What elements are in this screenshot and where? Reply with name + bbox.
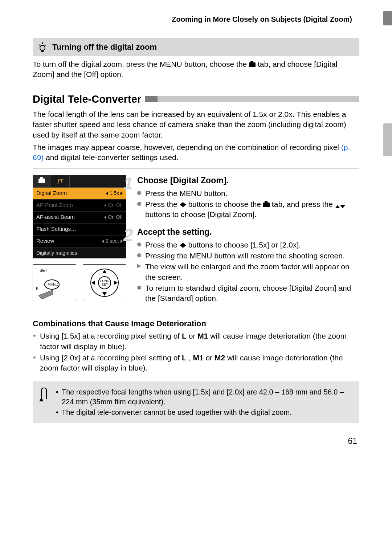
- combo-list: Using [1.5x] at a recording pixel settin…: [33, 331, 359, 373]
- lcd-value: 1.5x: [106, 190, 123, 197]
- lcd-row: Flash Settings…: [33, 224, 126, 236]
- lcd-footer: Digitally magnifies: [33, 248, 126, 259]
- lcd-row: AF-Point ZoomOn Off: [33, 200, 126, 212]
- svg-point-0: [40, 45, 45, 50]
- svg-text:SET: SET: [102, 283, 108, 286]
- step-item: Press the MENU button.: [137, 188, 359, 199]
- camera-icon: [249, 62, 256, 67]
- lightbulb-icon: [38, 42, 47, 53]
- step: 2Accept the setting.Press the buttons to…: [137, 226, 359, 304]
- svg-marker-15: [102, 292, 107, 296]
- edge-tab-dark: [383, 11, 392, 25]
- manual-page: Zooming in More Closely on Subjects (Dig…: [0, 0, 392, 552]
- page-number: 61: [33, 436, 359, 447]
- svg-rect-4: [41, 50, 44, 52]
- step-item: Pressing the MENU button will restore th…: [137, 251, 359, 261]
- lcd-tabs: ƒT: [33, 175, 126, 188]
- control-wheel-diagram: FUNC. SET: [83, 264, 126, 301]
- lcd-label: Digital Zoom: [36, 189, 67, 197]
- svg-marker-8: [38, 290, 53, 299]
- edge-tab-light: [383, 123, 392, 156]
- lcd-value: On Off: [104, 202, 123, 209]
- size-glyph: M1: [193, 353, 203, 362]
- step-number: 2: [123, 224, 133, 247]
- lcd-label: Flash Settings…: [36, 225, 76, 233]
- step-title: Choose [Digital Zoom].: [137, 175, 359, 186]
- lcd-label: Review: [36, 237, 54, 245]
- note-item: The digital tele-converter cannot be use…: [56, 408, 354, 417]
- combo-item: Using [1.5x] at a recording pixel settin…: [33, 331, 359, 352]
- left-right-icon: [180, 202, 186, 207]
- tip-title: Turning off the digital zoom: [52, 42, 157, 53]
- menu-glyph: MENU: [180, 189, 202, 197]
- svg-line-2: [39, 45, 40, 46]
- svg-text:P.: P.: [36, 287, 39, 291]
- intro-para-2: The images may appear coarse, however, d…: [33, 142, 359, 163]
- lcd-row: Digital Zoom1.5x: [33, 188, 126, 200]
- svg-marker-17: [114, 281, 118, 285]
- svg-marker-14: [102, 270, 107, 273]
- svg-text:MENU: MENU: [48, 283, 58, 287]
- combo-item: Using [2.0x] at a recording pixel settin…: [33, 353, 359, 373]
- section-header-row: Digital Tele-Converter: [33, 92, 359, 106]
- step-number: 1: [123, 172, 133, 196]
- left-column: ƒT Digital Zoom1.5xAF-Point ZoomOn OffAF…: [33, 175, 127, 302]
- step-item: The view will be enlarged and the zoom f…: [137, 262, 359, 282]
- right-column: 1Choose [Digital Zoom].Press the MENU bu…: [137, 175, 359, 310]
- camera-menu-screenshot: ƒT Digital Zoom1.5xAF-Point ZoomOn OffAF…: [33, 175, 126, 259]
- note-item: The respective focal lengths when using …: [56, 387, 354, 407]
- divider: [33, 168, 359, 168]
- lcd-value: On Off: [104, 214, 123, 221]
- step-item: To return to standard digital zoom, choo…: [137, 283, 359, 304]
- svg-line-3: [45, 45, 46, 46]
- note-box: The respective focal lengths when using …: [33, 381, 359, 423]
- section-bar: [145, 96, 359, 102]
- camera-icon: [38, 179, 45, 183]
- step-item: Press the buttons to choose the tab, and…: [137, 199, 359, 220]
- menu-glyph: MENU: [190, 252, 212, 260]
- step-list: Press the buttons to choose [1.5x] or [2…: [137, 240, 359, 304]
- step-item: Press the buttons to choose [1.5x] or [2…: [137, 240, 359, 250]
- camera-icon: [263, 203, 270, 207]
- menu-glyph: MENU: [160, 60, 182, 68]
- tools-icon: ƒT: [57, 177, 64, 184]
- size-glyph: L: [182, 332, 187, 340]
- svg-text:FUNC.: FUNC.: [100, 279, 110, 283]
- section-title: Digital Tele-Converter: [33, 92, 141, 106]
- combo-heading: Combinations that Cause Image Deteriorat…: [33, 318, 359, 329]
- menu-button-diagram: SET MENU P.: [33, 264, 76, 301]
- page-header: Zooming in More Closely on Subjects (Dig…: [33, 15, 359, 24]
- lcd-tab-tools: ƒT: [51, 175, 70, 187]
- control-diagrams: SET MENU P. FUNC. SET: [33, 264, 127, 301]
- step-list: Press the MENU button.Press the buttons …: [137, 188, 359, 220]
- lcd-tab-camera: [33, 175, 51, 187]
- svg-marker-16: [91, 281, 95, 285]
- size-glyph: L: [182, 353, 187, 362]
- size-glyph: M2: [215, 353, 225, 362]
- lcd-row: AF-assist BeamOn Off: [33, 212, 126, 224]
- left-right-icon: [180, 243, 186, 248]
- lcd-label: AF-Point Zoom: [36, 201, 73, 209]
- lcd-row: Review2 sec.: [33, 236, 126, 248]
- tip-body: To turn off the digital zoom, press the …: [33, 59, 359, 80]
- tip-box: Turning off the digital zoom: [33, 38, 359, 56]
- step: 1Choose [Digital Zoom].Press the MENU bu…: [137, 175, 359, 220]
- step-title: Accept the setting.: [137, 226, 359, 238]
- up-down-icon: [335, 205, 345, 208]
- notes-list: The respective focal lengths when using …: [56, 387, 354, 418]
- size-glyph: M1: [197, 332, 208, 340]
- lcd-label: AF-assist Beam: [36, 213, 75, 221]
- two-column: ƒT Digital Zoom1.5xAF-Point ZoomOn OffAF…: [33, 175, 359, 310]
- lcd-value: 2 sec.: [102, 238, 123, 245]
- pencil-icon: [38, 387, 49, 418]
- intro-para-1: The focal length of the lens can be incr…: [33, 109, 359, 140]
- svg-text:SET: SET: [40, 268, 48, 273]
